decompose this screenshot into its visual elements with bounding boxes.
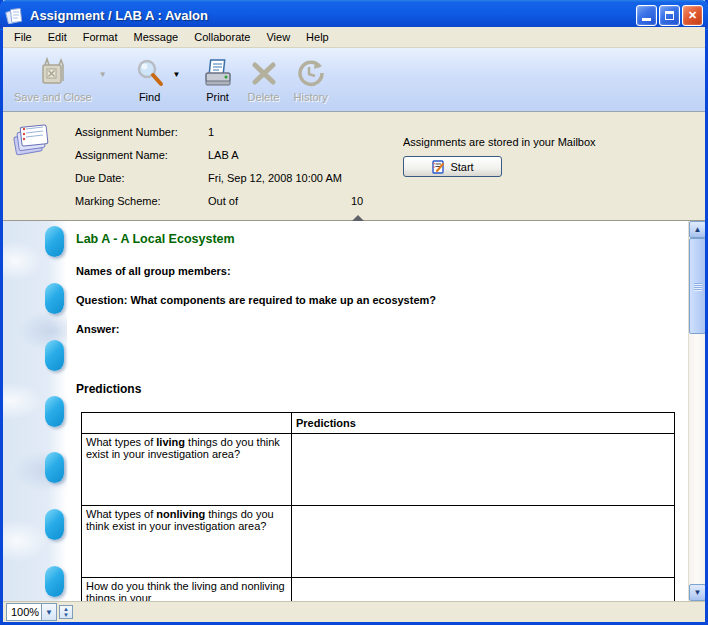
title-bar: Assignment / LAB A : Avalon ✕ (0, 0, 708, 30)
save-and-close-label: Save and Close (14, 91, 92, 103)
marking-scheme-points: 10 (351, 195, 363, 207)
zoom-level-value[interactable]: 100% (7, 604, 41, 620)
due-date-value: Fri, Sep 12, 2008 10:00 AM (208, 172, 342, 184)
history-button[interactable]: History (287, 52, 335, 106)
window-controls: ✕ (636, 5, 703, 26)
find-dropdown-icon[interactable]: ▼ (173, 70, 181, 79)
info-right-column: Assignments are stored in your Mailbox S… (403, 136, 596, 177)
window-title: Assignment / LAB A : Avalon (30, 8, 636, 23)
question-cell: What types of nonliving things do you th… (82, 506, 292, 578)
print-icon (202, 57, 234, 89)
menu-file[interactable]: File (6, 29, 40, 45)
menu-help[interactable]: Help (298, 29, 337, 45)
chevron-up-icon: ▲ (694, 225, 702, 234)
notebook-margin (3, 221, 67, 601)
question-line: Question: What components are required t… (76, 294, 688, 306)
document-body: Lab A - A Local Ecosystem Names of all g… (67, 221, 688, 601)
save-and-close-button[interactable]: Save and Close (7, 52, 99, 106)
table-row: What types of nonliving things do you th… (82, 506, 675, 578)
status-bar: 100% ▼ ▲▼ (3, 601, 705, 622)
save-and-close-icon (37, 57, 69, 89)
chevron-down-icon: ▼ (694, 588, 702, 597)
zoom-control[interactable]: 100% ▼ (6, 603, 57, 621)
predictions-heading: Predictions (76, 382, 688, 396)
spinner-down-icon: ▼ (63, 612, 69, 618)
delete-icon (248, 57, 280, 89)
find-label: Find (139, 91, 160, 103)
table-header-row: Predictions (82, 413, 675, 434)
history-icon (295, 57, 327, 89)
menu-edit[interactable]: Edit (40, 29, 75, 45)
predictions-table: Predictions What types of living things … (81, 412, 675, 601)
binding-ring (45, 340, 64, 371)
start-button-label: Start (450, 161, 473, 173)
question-bold-word: nonliving (156, 508, 205, 520)
menu-message[interactable]: Message (126, 29, 187, 45)
menu-bar: File Edit Format Message Collaborate Vie… (3, 27, 705, 48)
assignment-name-row: Assignment Name: LAB A (75, 143, 363, 166)
marking-scheme-value: Out of (208, 195, 238, 207)
table-header-predictions: Predictions (292, 413, 675, 434)
table-row: How do you think the living and nonlivin… (82, 578, 675, 602)
assignment-name-value: LAB A (208, 149, 239, 161)
print-label: Print (206, 91, 229, 103)
print-button[interactable]: Print (195, 52, 241, 106)
app-window: Assignment / LAB A : Avalon ✕ File Edit … (0, 0, 708, 625)
question-text: How do you think the living and nonlivin… (86, 580, 285, 601)
answer-cell (292, 434, 675, 506)
menu-collaborate[interactable]: Collaborate (186, 29, 258, 45)
assignment-fields: Assignment Number: 1 Assignment Name: LA… (75, 120, 363, 212)
answer-cell (292, 578, 675, 602)
document-heading: Lab A - A Local Ecosystem (76, 232, 688, 246)
question-bold-word: living (156, 436, 185, 448)
assignment-info-panel: Assignment Number: 1 Assignment Name: LA… (3, 113, 705, 215)
assignment-number-row: Assignment Number: 1 (75, 120, 363, 143)
marking-scheme-row: Marking Scheme: Out of 10 (75, 189, 363, 212)
marking-scheme-label: Marking Scheme: (75, 195, 208, 207)
question-cell: What types of living things do you think… (82, 434, 292, 506)
question-text: What types of (86, 436, 156, 448)
find-button[interactable]: Find (127, 52, 173, 106)
app-documents-icon (5, 6, 25, 24)
assignment-name-label: Assignment Name: (75, 149, 208, 161)
scroll-down-button[interactable]: ▼ (689, 584, 705, 601)
zoom-stepper[interactable]: ▲▼ (59, 605, 73, 619)
scrollbar-thumb[interactable] (689, 238, 705, 334)
assignment-number-label: Assignment Number: (75, 126, 208, 138)
group-members-line: Names of all group members: (76, 265, 688, 277)
binding-ring (45, 283, 64, 314)
mailbox-note: Assignments are stored in your Mailbox (403, 136, 596, 148)
save-and-close-dropdown-icon[interactable]: ▼ (99, 70, 107, 79)
assignment-number-value: 1 (208, 126, 214, 138)
chevron-down-icon: ▼ (45, 608, 53, 617)
answer-line: Answer: (76, 323, 688, 335)
scrollbar-grip-icon (694, 283, 702, 291)
minimize-icon (642, 18, 651, 21)
scroll-up-button[interactable]: ▲ (689, 221, 705, 238)
vertical-scrollbar[interactable]: ▲ ▼ (688, 221, 705, 601)
history-label: History (294, 91, 328, 103)
binding-ring (45, 509, 64, 540)
notepad-pencil-icon (431, 160, 445, 174)
find-icon (134, 57, 166, 89)
delete-label: Delete (248, 91, 280, 103)
toolbar: Save and Close ▼ Find ▼ (3, 48, 705, 112)
maximize-icon (665, 11, 674, 20)
question-text: What types of (86, 508, 156, 520)
close-icon: ✕ (688, 9, 697, 22)
maximize-button[interactable] (659, 5, 680, 26)
close-button[interactable]: ✕ (682, 5, 703, 26)
due-date-row: Due Date: Fri, Sep 12, 2008 10:00 AM (75, 166, 363, 189)
menu-format[interactable]: Format (75, 29, 126, 45)
binding-ring (45, 452, 64, 483)
answer-cell (292, 506, 675, 578)
assignment-notebooks-icon (11, 121, 51, 157)
zoom-dropdown-button[interactable]: ▼ (41, 604, 56, 620)
start-button[interactable]: Start (403, 156, 502, 177)
due-date-label: Due Date: (75, 172, 208, 184)
document-view: Lab A - A Local Ecosystem Names of all g… (3, 221, 705, 601)
delete-button[interactable]: Delete (241, 52, 287, 106)
menu-view[interactable]: View (258, 29, 298, 45)
table-row: What types of living things do you think… (82, 434, 675, 506)
minimize-button[interactable] (636, 5, 657, 26)
